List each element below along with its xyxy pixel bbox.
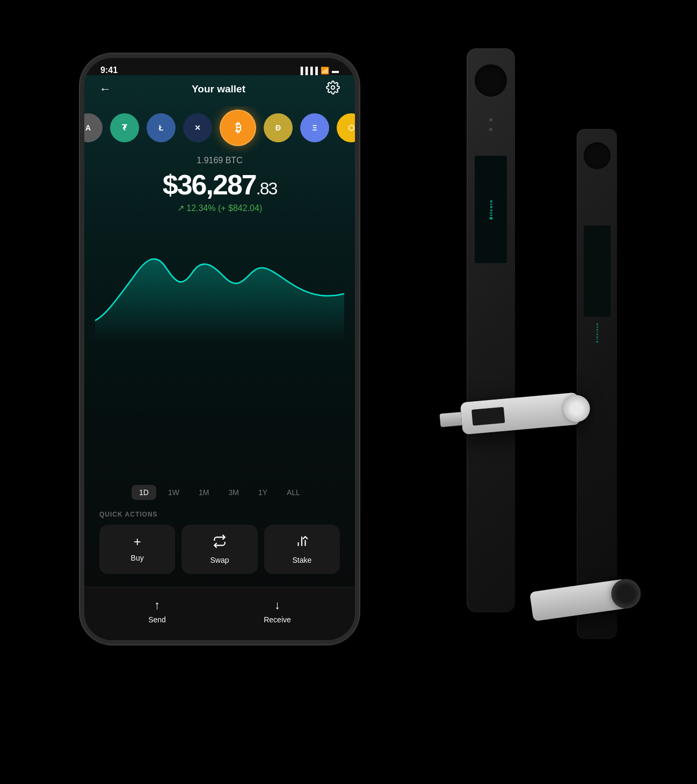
send-icon: ↑ bbox=[154, 598, 160, 612]
balance-change: ↗ 12.34% (+ $842.04) bbox=[95, 203, 344, 213]
buy-icon: + bbox=[134, 534, 141, 549]
quick-actions-label: QUICK ACTIONS bbox=[84, 511, 355, 525]
status-icons: ▐▐▐▐ 📶 ▬ bbox=[298, 67, 339, 75]
filter-1m[interactable]: 1M bbox=[191, 485, 216, 500]
coin-bnb[interactable]: ⬡ bbox=[337, 113, 355, 142]
ledger-screen-2 bbox=[584, 226, 611, 317]
balance-crypto: 1.9169 BTC bbox=[95, 156, 344, 165]
receive-button[interactable]: ↓ Receive bbox=[264, 598, 291, 624]
quick-actions: + Buy Swap bbox=[84, 525, 355, 587]
coin-doge[interactable]: Ð bbox=[264, 113, 293, 142]
phone-power-button bbox=[358, 155, 359, 219]
phone-notch bbox=[177, 58, 263, 75]
battery-icon: ▬ bbox=[332, 67, 339, 75]
coin-xrp[interactable]: ✕ bbox=[183, 113, 212, 142]
coin-algo[interactable]: A bbox=[84, 113, 103, 142]
stake-icon bbox=[295, 534, 309, 551]
balance-fiat: $36,287.83 bbox=[95, 169, 344, 201]
back-button[interactable]: ← bbox=[99, 82, 111, 96]
status-time: 9:41 bbox=[100, 66, 118, 75]
settings-button[interactable] bbox=[326, 81, 340, 98]
stake-button[interactable]: Stake bbox=[264, 525, 340, 574]
send-button[interactable]: ↑ Send bbox=[148, 598, 166, 624]
filter-3m[interactable]: 3M bbox=[221, 485, 246, 500]
coin-tether[interactable]: ₮ bbox=[110, 113, 139, 142]
time-filters: 1D 1W 1M 3M 1Y ALL bbox=[84, 478, 355, 511]
swap-label: Swap bbox=[210, 556, 229, 564]
balance-section: 1.9169 BTC $36,287.83 ↗ 12.34% (+ $842.0… bbox=[84, 156, 355, 219]
filter-1y[interactable]: 1Y bbox=[251, 485, 275, 500]
chart-container bbox=[84, 219, 355, 478]
ledger-usb-connector bbox=[439, 412, 462, 427]
price-chart bbox=[95, 224, 344, 342]
balance-cents: .83 bbox=[256, 179, 277, 198]
ledger-screen-text-2: Ethereum bbox=[596, 322, 599, 343]
ledger-nano-x-black-2: Ethereum bbox=[577, 129, 617, 639]
scene: 9:41 ▐▐▐▐ 📶 ▬ ← Your wallet bbox=[53, 21, 644, 763]
coin-litecoin[interactable]: Ł bbox=[147, 113, 176, 142]
nav-bar: ← Your wallet bbox=[84, 75, 355, 106]
bottom-bar: ↑ Send ↓ Receive bbox=[84, 587, 355, 640]
filter-1w[interactable]: 1W bbox=[161, 485, 187, 500]
svg-point-0 bbox=[331, 86, 335, 90]
receive-label: Receive bbox=[264, 615, 291, 624]
coin-bitcoin[interactable]: ₿ bbox=[220, 110, 256, 146]
stake-label: Stake bbox=[292, 556, 311, 564]
gear-icon bbox=[326, 81, 340, 95]
signal-icon: ▐▐▐▐ bbox=[298, 67, 318, 75]
swap-button[interactable]: Swap bbox=[181, 525, 257, 574]
buy-button[interactable]: + Buy bbox=[99, 525, 175, 574]
ledger-screen-text-1: Bitcoin bbox=[489, 199, 493, 220]
balance-main: $36,287 bbox=[163, 169, 256, 200]
coin-ethereum[interactable]: Ξ bbox=[300, 113, 329, 142]
ledger-nano-s-screen bbox=[471, 407, 505, 426]
receive-icon: ↓ bbox=[274, 598, 280, 612]
phone-frame: 9:41 ▐▐▐▐ 📶 ▬ ← Your wallet bbox=[80, 54, 359, 644]
filter-1d[interactable]: 1D bbox=[132, 485, 156, 500]
buy-label: Buy bbox=[131, 554, 144, 562]
filter-all[interactable]: ALL bbox=[279, 485, 308, 500]
swap-icon bbox=[213, 534, 227, 551]
phone-screen: ← Your wallet A ₮ Ł ✕ ₿ Ð Ξ ⬡ bbox=[84, 75, 355, 640]
ledger-nano-x-black: Bitcoin bbox=[467, 48, 515, 612]
phone-volume-button bbox=[80, 165, 81, 208]
coin-carousel[interactable]: A ₮ Ł ✕ ₿ Ð Ξ ⬡ bbox=[84, 106, 355, 156]
send-label: Send bbox=[148, 615, 166, 624]
wifi-icon: 📶 bbox=[321, 67, 329, 75]
ledger-screen-1: Bitcoin bbox=[475, 156, 507, 263]
wallet-title: Your wallet bbox=[192, 83, 245, 95]
